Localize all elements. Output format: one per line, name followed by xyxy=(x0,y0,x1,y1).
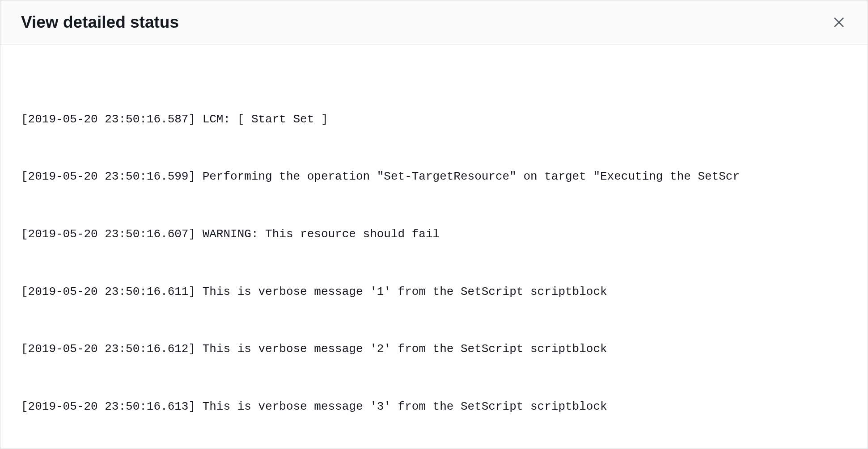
log-line: [2019-05-20 23:50:16.599] Performing the… xyxy=(21,167,847,186)
log-line: [2019-05-20 23:50:16.612] This is verbos… xyxy=(21,340,847,359)
close-button[interactable] xyxy=(831,14,847,30)
log-output: [2019-05-20 23:50:16.587] LCM: [ Start S… xyxy=(21,71,847,449)
close-icon xyxy=(832,16,846,29)
log-line: [2019-05-20 23:50:16.611] This is verbos… xyxy=(21,282,847,302)
log-line: [2019-05-20 23:50:16.613] This is verbos… xyxy=(21,397,847,416)
dialog-header: View detailed status xyxy=(0,0,868,45)
detailed-status-dialog: View detailed status [2019-05-20 23:50:1… xyxy=(0,0,868,449)
log-line: [2019-05-20 23:50:16.587] LCM: [ Start S… xyxy=(21,110,847,129)
dialog-title: View detailed status xyxy=(21,13,179,32)
dialog-body: [2019-05-20 23:50:16.587] LCM: [ Start S… xyxy=(0,45,868,449)
log-line: [2019-05-20 23:50:16.607] WARNING: This … xyxy=(21,225,847,244)
